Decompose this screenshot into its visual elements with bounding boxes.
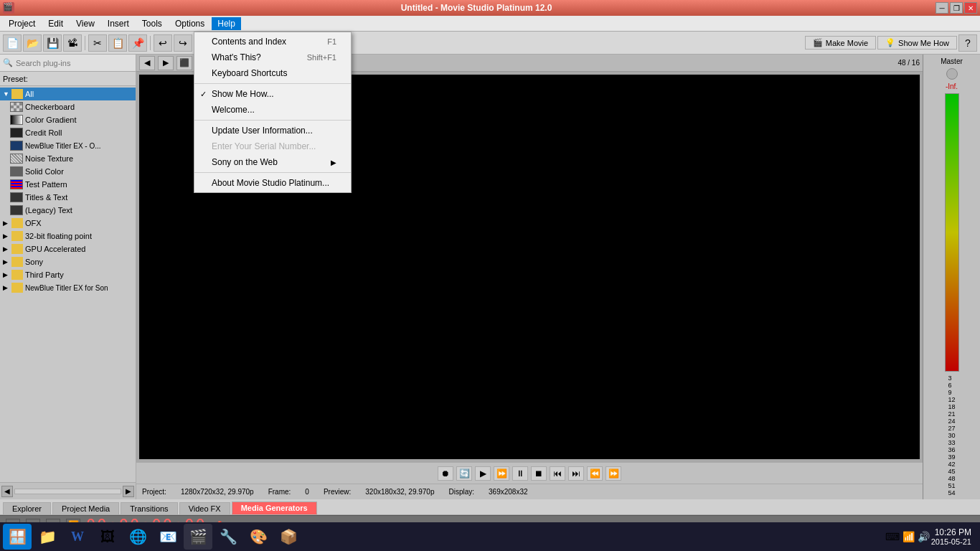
menu-edit[interactable]: Edit [42,17,69,30]
tree-item-solidcolor[interactable]: Solid Color [0,165,136,178]
tab-explorer[interactable]: Explorer [3,502,51,514]
scroll-left-button[interactable]: ◀ [1,486,13,497]
restore-button[interactable]: ❒ [950,2,963,14]
preview-zoom-btn[interactable]: ⬛ [176,56,192,70]
tree-label-testpattern: Test Pattern [25,180,67,189]
panel-scrollbar[interactable]: ◀ ▶ [0,482,136,499]
tree-item-ofx[interactable]: ▶ OFX [0,217,136,230]
search-input[interactable] [16,59,133,67]
display-value: 369x208x32 [489,488,528,496]
play-button[interactable]: ▶ [475,466,491,481]
new-button[interactable]: 📄 [3,34,22,52]
make-movie-button[interactable]: 🎬 Make Movie [805,36,876,50]
help-serial-label: Enter Your Serial Number... [212,141,316,151]
cut-button[interactable]: ✂ [88,34,107,52]
stop-button[interactable]: ⏹ [531,466,547,481]
taskbar-word[interactable]: W [63,524,92,550]
prev-frame-button[interactable]: ⏮ [550,466,565,481]
tree-item-colorgradient[interactable]: Color Gradient [0,113,136,126]
menu-insert[interactable]: Insert [102,17,135,30]
open-button[interactable]: 📂 [23,34,42,52]
preview-counter: 48 / 16 [897,59,920,67]
record-button[interactable]: ⏺ [438,466,453,481]
tree-item-all[interactable]: ▼ All [0,88,136,100]
copy-button[interactable]: 📋 [108,34,127,52]
tree-item-creditroll[interactable]: Credit Roll [0,126,136,139]
help-contents-label: Contents and Index [212,37,286,47]
taskbar-moviestudio[interactable]: 🎬 [184,524,212,550]
next-frame-button[interactable]: ⏭ [568,466,584,481]
tree-item-newbluefolder[interactable]: ▶ NewBlue Titler EX for Son [0,281,136,294]
taskbar-archive[interactable]: 📦 [274,524,303,550]
menu-help[interactable]: Help [212,17,241,30]
save-button[interactable]: 💾 [43,34,62,52]
titlestext-thumb [10,192,23,202]
help-about[interactable]: About Movie Studio Platinum... [194,175,351,191]
master-lock-button[interactable] [946,68,958,80]
tree-item-sony[interactable]: ▶ Sony [0,255,136,268]
pause-button[interactable]: ⏸ [512,466,528,481]
help-welcome[interactable]: Welcome... [194,102,351,118]
taskbar-mail[interactable]: 📧 [154,524,182,550]
help-whats-this[interactable]: What's This? Shift+F1 [194,50,351,65]
help-sep2 [194,120,351,121]
loop-button[interactable]: 🔄 [456,466,472,481]
menu-view[interactable]: View [70,17,100,30]
undo-button[interactable]: ↩ [154,34,172,52]
tab-videofx[interactable]: Video FX [179,502,230,514]
tabs-bar: Explorer Project Media Transitions Video… [0,499,980,515]
taskbar-tools[interactable]: 🔧 [214,524,242,550]
redo-button[interactable]: ↪ [174,34,192,52]
help-contents[interactable]: Contents and Index F1 [194,34,351,50]
taskbar-paint[interactable]: 🎨 [244,524,273,550]
show-how-button[interactable]: 💡 Show Me How [877,36,957,50]
menu-options[interactable]: Options [169,17,210,30]
tab-transitions[interactable]: Transitions [121,502,177,514]
master-controls [946,68,958,80]
checkerboard-thumb [10,102,23,112]
tab-mediagenerators[interactable]: Media Generators [232,501,317,514]
help-sony-web[interactable]: Sony on the Web ▶ [194,154,351,170]
minimize-button[interactable]: ─ [936,2,948,14]
tab-projectmedia[interactable]: Project Media [52,502,119,514]
menu-tools[interactable]: Tools [136,17,168,30]
preview-nav-left[interactable]: ◀ [139,56,155,70]
taskbar-photos[interactable]: 🖼 [93,524,122,550]
menu-project[interactable]: Project [3,17,41,30]
tree-item-noisetexture[interactable]: Noise Texture [0,152,136,165]
search-icon: 🔍 [3,58,13,67]
playback-controls: ⏺ 🔄 ▶ ⏩ ⏸ ⏹ ⏮ ⏭ ⏪ ⏩ [136,462,923,484]
paste-button[interactable]: 📌 [128,34,147,52]
tree-item-gpu[interactable]: ▶ GPU Accelerated [0,242,136,255]
expand-thirdparty-icon: ▶ [3,271,10,278]
help-button[interactable]: ? [958,34,977,52]
tree-item-checkerboard[interactable]: Checkerboard [0,100,136,113]
preset-label: Preset: [3,75,28,83]
help-show-how-label: Show Me How... [212,89,274,99]
play-loop-button[interactable]: ⏩ [494,466,509,481]
render-button[interactable]: 📽 [63,34,82,52]
preview-nav-right[interactable]: ▶ [158,56,174,70]
rewind-button[interactable]: ⏪ [587,466,603,481]
tree-item-testpattern[interactable]: Test Pattern [0,178,136,191]
help-sony-web-arrow: ▶ [331,159,336,166]
tree-label-32bit: 32-bit floating point [25,232,92,240]
folder-32bit-icon [11,231,23,241]
taskbar-start[interactable]: 🪟 [3,524,32,550]
help-show-how[interactable]: Show Me How... [194,86,351,102]
tree-item-32bit[interactable]: ▶ 32-bit floating point [0,230,136,242]
tree-item-thirdparty[interactable]: ▶ Third Party [0,268,136,281]
help-update-user[interactable]: Update User Information... [194,123,351,138]
help-sony-web-label: Sony on the Web [212,157,278,167]
close-button[interactable]: ✕ [964,2,977,14]
fastforward-button[interactable]: ⏩ [606,466,621,481]
tree-item-titlestext[interactable]: Titles & Text [0,191,136,204]
tree-item-legacytext[interactable]: (Legacy) Text [0,204,136,217]
expand-32bit-icon: ▶ [3,232,10,240]
tree-label-ofx: OFX [25,219,42,227]
taskbar-browser[interactable]: 🌐 [123,524,152,550]
help-keyboard[interactable]: Keyboard Shortcuts [194,65,351,81]
scroll-right-button[interactable]: ▶ [123,486,134,497]
taskbar-explorer[interactable]: 📁 [33,524,62,550]
tree-item-newblue[interactable]: NewBlue Titler EX - O... [0,139,136,152]
